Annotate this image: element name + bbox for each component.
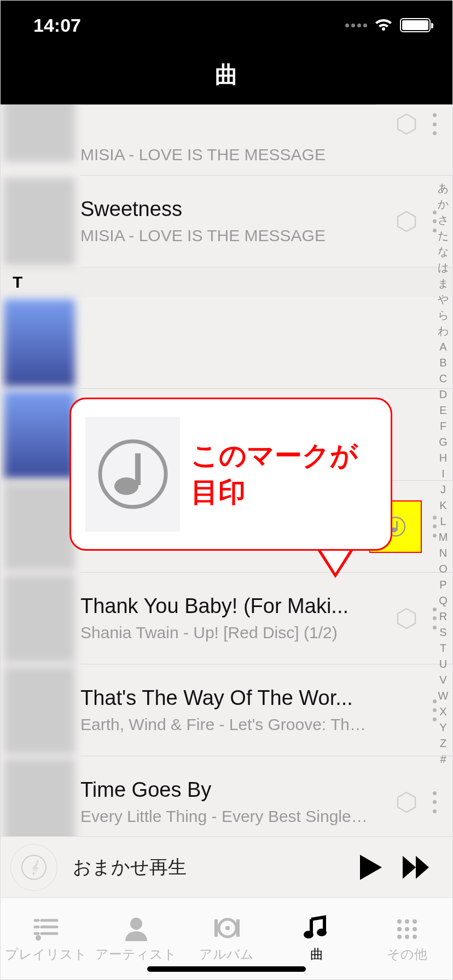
annotation-callout: このマークが目印 (69, 398, 392, 551)
index-char[interactable]: ら (438, 307, 449, 323)
index-char[interactable]: Z (440, 736, 446, 751)
index-char[interactable]: さ (438, 212, 449, 228)
svg-point-21 (317, 929, 327, 936)
svg-point-22 (397, 919, 402, 924)
index-char[interactable]: な (438, 244, 449, 260)
index-char[interactable]: M (439, 529, 448, 545)
song-row[interactable]: That's The Way Of The Wor... Earth, Wind… (1, 664, 452, 756)
status-time: 14:07 (33, 15, 81, 36)
index-char[interactable]: # (440, 751, 446, 767)
album-icon (212, 915, 241, 941)
index-char[interactable]: L (440, 514, 446, 529)
index-char[interactable]: N (439, 545, 447, 561)
artist-icon (122, 915, 150, 941)
index-char[interactable]: は (438, 260, 449, 276)
svg-point-30 (413, 935, 417, 939)
status-icon (396, 113, 417, 135)
svg-point-27 (413, 927, 417, 931)
battery-icon (400, 18, 431, 32)
song-row[interactable]: .. (1, 297, 452, 389)
index-char[interactable]: P (439, 577, 446, 593)
index-char[interactable]: R (439, 609, 447, 625)
song-title: That's The Way Of The Wor... (80, 685, 370, 711)
now-playing-label: おまかせ再生 (73, 855, 341, 880)
index-char[interactable]: F (440, 418, 446, 434)
index-char[interactable]: や (438, 291, 449, 307)
svg-rect-19 (236, 919, 240, 937)
index-char[interactable]: A (439, 339, 446, 355)
svg-point-28 (397, 935, 402, 939)
now-playing-art-icon: 𝄞 (10, 844, 57, 891)
index-char[interactable]: ま (438, 276, 449, 291)
song-row[interactable]: Thank You Baby! (For Maki... Shania Twai… (1, 573, 452, 664)
song-title: Time Goes By (80, 777, 370, 803)
tab-label: その他 (387, 946, 427, 963)
svg-rect-16 (214, 919, 218, 937)
svg-text:𝄞: 𝄞 (31, 860, 39, 875)
svg-point-25 (397, 927, 402, 931)
tab-label: アルバム (199, 946, 254, 963)
index-char[interactable]: O (439, 561, 448, 577)
index-char[interactable]: か (438, 196, 449, 212)
svg-point-15 (130, 918, 142, 930)
song-subtitle: Shania Twain - Up! [Red Disc] (1/2) (80, 622, 370, 643)
index-char[interactable]: X (439, 704, 446, 720)
wifi-icon (374, 18, 393, 33)
song-row[interactable]: Sweetness MISIA - LOVE IS THE MESSAGE (1, 176, 452, 267)
status-icon (396, 791, 417, 813)
index-char[interactable]: B (439, 355, 446, 371)
song-list[interactable]: MISIA - LOVE IS THE MESSAGE Sweetness MI… (1, 104, 452, 836)
song-title: Sweetness (80, 196, 370, 223)
index-char[interactable]: あ (438, 180, 449, 196)
other-icon (393, 915, 421, 941)
alpha-index[interactable]: あかさたなはまやらわABCDEFGHIJKLMNOPQRSTUVWXYZ# (434, 104, 452, 843)
index-char[interactable]: S (439, 625, 446, 640)
index-char[interactable]: I (442, 466, 445, 482)
index-char[interactable]: Y (439, 720, 446, 736)
tab-label: プレイリスト (5, 946, 87, 963)
play-button[interactable] (356, 853, 386, 882)
status-icon (396, 608, 417, 629)
playlist-icon (32, 915, 60, 941)
cell-signal-icon (345, 24, 367, 27)
svg-point-14 (36, 935, 41, 941)
index-char[interactable]: H (439, 450, 447, 466)
home-indicator[interactable] (147, 966, 306, 972)
tab-playlist[interactable]: プレイリスト (1, 898, 91, 979)
svg-point-23 (405, 919, 409, 924)
song-title: Thank You Baby! (For Maki... (80, 593, 370, 620)
index-char[interactable]: J (440, 482, 446, 498)
index-char[interactable]: Q (439, 593, 448, 609)
index-char[interactable]: V (439, 672, 446, 688)
section-header: T (1, 267, 452, 297)
page-title: 曲 (1, 60, 452, 90)
svg-point-18 (225, 926, 230, 930)
index-char[interactable]: わ (438, 323, 449, 339)
song-row[interactable]: Time Goes By Every Little Thing - Every … (1, 756, 452, 836)
status-icon (396, 211, 417, 232)
index-char[interactable]: W (438, 688, 449, 704)
song-row[interactable]: MISIA - LOVE IS THE MESSAGE (1, 104, 452, 176)
svg-point-24 (413, 919, 417, 924)
index-char[interactable]: E (439, 402, 446, 418)
now-playing-bar[interactable]: 𝄞 おまかせ再生 (1, 836, 452, 897)
index-char[interactable]: D (439, 387, 447, 402)
tab-label: アーティスト (95, 946, 177, 963)
svg-point-26 (405, 927, 409, 931)
index-char[interactable]: T (440, 640, 446, 656)
song-icon (303, 915, 331, 941)
svg-point-29 (405, 935, 409, 939)
status-icons (345, 18, 431, 33)
fast-forward-button[interactable] (401, 853, 431, 882)
svg-point-20 (304, 931, 313, 938)
callout-text: このマークが目印 (191, 438, 374, 511)
tab-label: 曲 (310, 946, 323, 963)
song-subtitle: Earth, Wind & Fire - Let's Groove: The..… (80, 714, 370, 735)
tab-other[interactable]: その他 (362, 898, 452, 979)
index-char[interactable]: U (439, 656, 447, 672)
index-char[interactable]: C (439, 371, 447, 387)
index-char[interactable]: た (438, 228, 449, 244)
index-char[interactable]: K (439, 498, 446, 514)
song-subtitle: MISIA - LOVE IS THE MESSAGE (80, 144, 370, 165)
index-char[interactable]: G (439, 434, 448, 450)
